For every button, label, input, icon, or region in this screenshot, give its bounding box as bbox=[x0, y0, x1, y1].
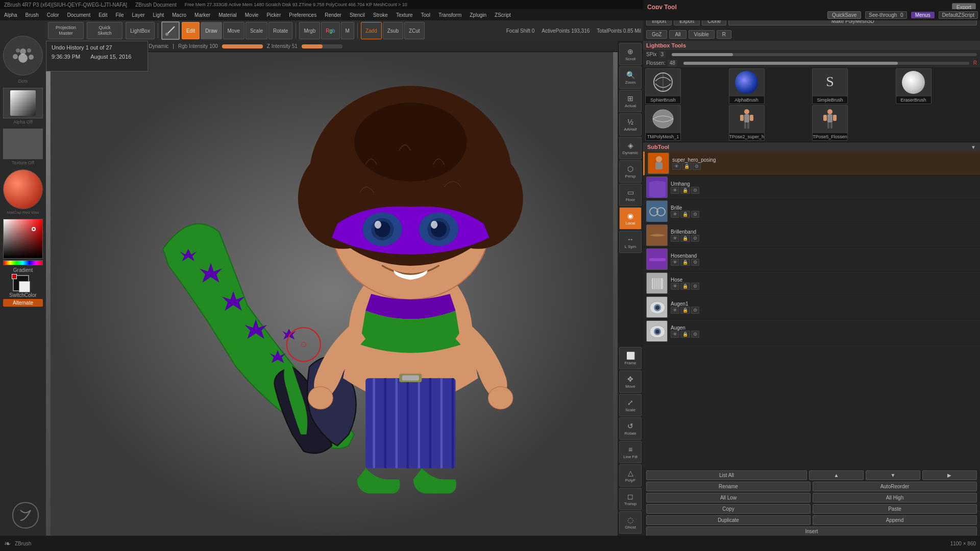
all-high-btn[interactable]: All High bbox=[813, 493, 977, 503]
subtool-hb-cfg[interactable]: ⚙ bbox=[691, 259, 699, 266]
subtool-item-augen[interactable]: Augen 👁 🔒 ⚙ bbox=[643, 319, 980, 343]
visible-btn[interactable]: Visible bbox=[689, 30, 715, 39]
brush-thumb-spherebrush[interactable]: SphierBrush bbox=[645, 68, 681, 104]
subtool-brille-eye[interactable]: 👁 bbox=[671, 211, 679, 218]
scale-btn[interactable]: Scale bbox=[246, 22, 267, 39]
menu-layer[interactable]: Layer bbox=[130, 12, 147, 18]
tool-actual[interactable]: ⊞Actual bbox=[619, 90, 642, 112]
subtool-umhang-cfg[interactable]: ⚙ bbox=[691, 187, 699, 194]
subtool-hose-lock[interactable]: 🔒 bbox=[680, 283, 690, 290]
tool-dynamic[interactable]: ◈Dynamic bbox=[619, 137, 642, 159]
tool-lsym[interactable]: ↔L Sym bbox=[619, 231, 642, 253]
subtool-augen1-cfg[interactable]: ⚙ bbox=[691, 307, 699, 314]
menu-marker[interactable]: Marker bbox=[192, 12, 212, 18]
zcut-btn[interactable]: ZCut bbox=[404, 22, 425, 39]
tool-aahalf[interactable]: ½AAHalf bbox=[619, 113, 642, 136]
tool-scale[interactable]: ⤢Scale bbox=[619, 394, 642, 416]
tool-floor[interactable]: ▭Floor bbox=[619, 184, 642, 206]
subtool-bb-lock[interactable]: 🔒 bbox=[680, 235, 690, 242]
tool-scroll[interactable]: ⊕Scroll bbox=[619, 43, 642, 65]
rotate-btn[interactable]: Rotate bbox=[268, 22, 292, 39]
menu-preferences[interactable]: Preferences bbox=[287, 12, 318, 18]
menu-tool[interactable]: Tool bbox=[419, 12, 432, 18]
subtool-umhang-lock[interactable]: 🔒 bbox=[680, 187, 690, 194]
subtool-settings-btn[interactable]: ⚙ bbox=[693, 163, 701, 170]
menus-btn[interactable]: Menus bbox=[911, 12, 935, 18]
move-btn[interactable]: Move bbox=[223, 22, 244, 39]
subtool-item-brille[interactable]: Brille 👁 🔒 ⚙ bbox=[643, 199, 980, 223]
rename-btn[interactable]: Rename bbox=[646, 482, 811, 491]
menu-macro[interactable]: Macro bbox=[170, 12, 188, 18]
list-all-btn[interactable]: List All bbox=[646, 470, 807, 480]
menu-material[interactable]: Material bbox=[216, 12, 239, 18]
menu-color[interactable]: Color bbox=[45, 12, 61, 18]
tool-zoom[interactable]: 🔍Zoom bbox=[619, 66, 642, 89]
paste-btn[interactable]: Paste bbox=[813, 504, 977, 514]
hue-slider[interactable] bbox=[3, 260, 43, 265]
tool-rotate[interactable]: ↺Rotate bbox=[619, 417, 642, 440]
primary-color-swatch[interactable] bbox=[13, 275, 29, 291]
menu-render[interactable]: Render bbox=[323, 12, 344, 18]
tool-transp[interactable]: ◻Transp bbox=[619, 488, 642, 510]
goz-btn[interactable]: GoZ bbox=[646, 30, 667, 39]
subtool-item-hose[interactable]: Hose 👁 🔒 ⚙ bbox=[643, 271, 980, 295]
brush-thumb-eraserbrush[interactable]: EraserBrush bbox=[896, 68, 932, 104]
brush-preview[interactable] bbox=[3, 36, 43, 76]
arrow-right-btn[interactable]: ▶ bbox=[922, 470, 977, 480]
duplicate-btn[interactable]: Duplicate bbox=[646, 515, 811, 525]
menu-zplugin[interactable]: Zplugin bbox=[468, 12, 488, 18]
texture-preview[interactable] bbox=[3, 129, 43, 159]
material-preview[interactable] bbox=[3, 169, 43, 209]
insert-btn[interactable]: Insert bbox=[646, 527, 977, 536]
menu-alpha[interactable]: Alpha bbox=[2, 12, 19, 18]
flossen-slider[interactable] bbox=[683, 62, 969, 65]
menu-edit[interactable]: Edit bbox=[96, 12, 109, 18]
m-btn[interactable]: M bbox=[341, 22, 354, 39]
lightbox-btn[interactable]: LightBox bbox=[126, 22, 155, 39]
auto-reorder-btn[interactable]: AutoReorder bbox=[813, 482, 977, 491]
tool-ghost[interactable]: ◌Ghost bbox=[619, 511, 642, 534]
alpha-preview[interactable] bbox=[3, 88, 43, 118]
subtool-hb-eye[interactable]: 👁 bbox=[671, 259, 679, 266]
tool-linefill[interactable]: ≡Line Fill bbox=[619, 441, 642, 463]
menu-file[interactable]: File bbox=[113, 12, 126, 18]
quicksave-btn[interactable]: QuickSave bbox=[827, 11, 861, 19]
subtool-brille-lock[interactable]: 🔒 bbox=[680, 211, 690, 218]
menu-brush[interactable]: Brush bbox=[23, 12, 41, 18]
menu-texture[interactable]: Texture bbox=[394, 12, 415, 18]
spix-slider[interactable] bbox=[672, 53, 977, 56]
subtool-item-hosenband[interactable]: Hosenband 👁 🔒 ⚙ bbox=[643, 247, 980, 271]
subtool-augen1-eye[interactable]: 👁 bbox=[671, 307, 679, 314]
color-picker[interactable] bbox=[3, 219, 43, 259]
subtool-hose-cfg[interactable]: ⚙ bbox=[691, 283, 699, 290]
subtool-item-superhero[interactable]: super_hero_posing 👁 🔒 ⚙ bbox=[643, 152, 980, 176]
subtool-item-augen1[interactable]: Augen1 👁 🔒 ⚙ bbox=[643, 295, 980, 319]
all-btn[interactable]: All bbox=[669, 30, 686, 39]
brush-thumb-simplebrush[interactable]: S SimpleBrush bbox=[812, 68, 848, 104]
subtool-lock-btn[interactable]: 🔒 bbox=[682, 163, 692, 170]
quick-sketch-btn[interactable]: Quick Sketch bbox=[87, 22, 122, 39]
zsub-btn[interactable]: Zsub bbox=[383, 22, 403, 39]
menu-zscript[interactable]: ZScript bbox=[493, 12, 513, 18]
rgb-intensity-slider[interactable] bbox=[222, 44, 263, 48]
menu-stencil[interactable]: Stencil bbox=[348, 12, 367, 18]
subtool-augen1-lock[interactable]: 🔒 bbox=[680, 307, 690, 314]
subtool-bb-cfg[interactable]: ⚙ bbox=[691, 235, 699, 242]
tool-frame[interactable]: ⬜Frame bbox=[619, 347, 642, 369]
subtool-item-brillenband[interactable]: Brillenband 👁 🔒 ⚙ bbox=[643, 223, 980, 247]
copy-btn[interactable]: Copy bbox=[646, 504, 811, 514]
brush-thumb-tpose5[interactable]: TPose5_Flossen bbox=[812, 105, 848, 141]
projection-master-btn[interactable]: Projection Master bbox=[48, 22, 84, 39]
subtool-item-umhang[interactable]: Umhang 👁 🔒 ⚙ bbox=[643, 176, 980, 199]
see-through-btn[interactable]: See-through 0 bbox=[865, 11, 906, 19]
subtool-augen-cfg[interactable]: ⚙ bbox=[691, 331, 699, 338]
menu-picker[interactable]: Picker bbox=[264, 12, 283, 18]
brush-thumb-alphabrush[interactable]: AlphaBrush bbox=[729, 68, 765, 104]
edit-btn[interactable]: Edit bbox=[182, 22, 200, 39]
menu-light[interactable]: Light bbox=[151, 12, 166, 18]
subtool-augen-eye[interactable]: 👁 bbox=[671, 331, 679, 338]
alternate-btn[interactable]: Alternate bbox=[3, 299, 43, 307]
arrow-down-btn[interactable]: ▼ bbox=[866, 470, 920, 480]
menu-document[interactable]: Document bbox=[65, 12, 93, 18]
menu-transform[interactable]: Transform bbox=[436, 12, 463, 18]
